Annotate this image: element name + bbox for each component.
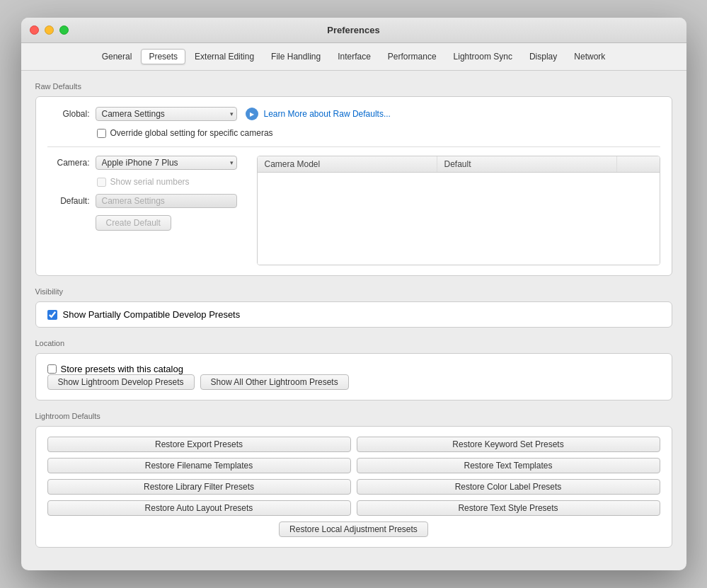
create-default-button[interactable]: Create Default xyxy=(96,215,171,231)
main-content: Raw Defaults Global: Camera Settings ▾ L… xyxy=(21,71,686,570)
global-label: Global: xyxy=(47,109,90,119)
maximize-button[interactable] xyxy=(59,25,69,35)
close-button[interactable] xyxy=(30,25,39,35)
camera-row: Camera: Apple iPhone 7 Plus ▾ xyxy=(47,156,246,170)
table-col-actions xyxy=(617,156,660,172)
camera-table-body xyxy=(258,173,660,265)
global-select[interactable]: Camera Settings xyxy=(96,107,237,121)
visibility-box: Show Partially Compatible Develop Preset… xyxy=(35,301,672,328)
restore-export-button[interactable]: Restore Export Presets xyxy=(47,437,351,452)
visibility-checkbox[interactable] xyxy=(47,310,57,320)
default-row: Default: Camera Settings xyxy=(47,194,246,208)
tab-general[interactable]: General xyxy=(94,49,140,64)
camera-section: Camera: Apple iPhone 7 Plus ▾ Sho xyxy=(47,156,660,265)
restore-text-templates-button[interactable]: Restore Text Templates xyxy=(357,458,660,473)
tab-external-editing[interactable]: External Editing xyxy=(187,49,262,64)
tab-presets[interactable]: Presets xyxy=(141,49,185,64)
tab-performance[interactable]: Performance xyxy=(380,49,444,64)
location-title: Location xyxy=(35,339,672,347)
show-develop-presets-button[interactable]: Show Lightroom Develop Presets xyxy=(47,374,195,390)
location-right: Show Lightroom Develop Presets Show All … xyxy=(47,374,660,390)
table-col-default: Default xyxy=(437,156,617,172)
raw-defaults-title: Raw Defaults xyxy=(35,82,672,91)
global-arrow-button[interactable] xyxy=(246,108,258,120)
table-col-camera: Camera Model xyxy=(258,156,437,172)
tab-network[interactable]: Network xyxy=(566,49,613,64)
camera-select[interactable]: Apple iPhone 7 Plus xyxy=(96,156,237,170)
camera-left-panel: Camera: Apple iPhone 7 Plus ▾ Sho xyxy=(47,156,246,265)
raw-defaults-box: Global: Camera Settings ▾ Learn More abo… xyxy=(35,96,672,276)
camera-label: Camera: xyxy=(47,158,90,168)
override-row: Override global setting for specific cam… xyxy=(97,128,660,138)
minimize-button[interactable] xyxy=(45,25,54,35)
override-checkbox[interactable] xyxy=(97,129,106,138)
camera-select-wrap: Apple iPhone 7 Plus ▾ xyxy=(96,156,237,170)
camera-table: Camera Model Default xyxy=(257,156,660,265)
location-left: Store presets with this catalog xyxy=(47,364,660,374)
window-controls xyxy=(30,25,69,35)
camera-table-header: Camera Model Default xyxy=(258,156,660,173)
restore-auto-layout-button[interactable]: Restore Auto Layout Presets xyxy=(47,500,351,516)
create-default-row: Create Default xyxy=(96,215,246,231)
raw-defaults-section: Raw Defaults Global: Camera Settings ▾ L… xyxy=(35,82,672,276)
default-select-wrap: Camera Settings xyxy=(96,194,237,208)
location-section: Location Store presets with this catalog… xyxy=(35,339,672,400)
global-select-wrap: Camera Settings ▾ xyxy=(96,107,237,121)
restore-filename-button[interactable]: Restore Filename Templates xyxy=(47,458,351,473)
visibility-section: Visibility Show Partially Compatible Dev… xyxy=(35,287,672,328)
lightroom-defaults-box: Restore Export Presets Restore Keyword S… xyxy=(35,426,672,548)
lightroom-buttons-grid: Restore Export Presets Restore Keyword S… xyxy=(47,437,660,516)
show-other-presets-button[interactable]: Show All Other Lightroom Presets xyxy=(200,374,349,390)
titlebar: Preferences xyxy=(21,18,686,43)
visibility-row: Show Partially Compatible Develop Preset… xyxy=(47,309,660,320)
tab-file-handling[interactable]: File Handling xyxy=(263,49,328,64)
bottom-button-row: Restore Local Adjustment Presets xyxy=(47,521,660,537)
serial-row: Show serial numbers xyxy=(97,177,246,187)
tab-display[interactable]: Display xyxy=(522,49,565,64)
global-row: Global: Camera Settings ▾ Learn More abo… xyxy=(47,107,660,121)
restore-text-style-button[interactable]: Restore Text Style Presets xyxy=(357,500,660,516)
location-box: Store presets with this catalog Show Lig… xyxy=(35,353,672,400)
override-label: Override global setting for specific cam… xyxy=(110,128,273,138)
lightroom-defaults-section: Lightroom Defaults Restore Export Preset… xyxy=(35,412,672,548)
restore-color-label-button[interactable]: Restore Color Label Presets xyxy=(357,479,660,495)
serial-checkbox[interactable] xyxy=(97,178,106,187)
restore-local-button[interactable]: Restore Local Adjustment Presets xyxy=(279,521,428,537)
store-presets-label: Store presets with this catalog xyxy=(61,364,183,374)
restore-library-filter-button[interactable]: Restore Library Filter Presets xyxy=(47,479,351,495)
divider xyxy=(47,146,660,147)
default-label: Default: xyxy=(47,196,90,206)
store-presets-checkbox[interactable] xyxy=(47,364,57,374)
visibility-label: Show Partially Compatible Develop Preset… xyxy=(63,309,241,320)
lightroom-defaults-title: Lightroom Defaults xyxy=(35,412,672,420)
serial-label: Show serial numbers xyxy=(110,177,190,187)
visibility-title: Visibility xyxy=(35,287,672,296)
tab-lightroom-sync[interactable]: Lightroom Sync xyxy=(446,49,520,64)
restore-keyword-button[interactable]: Restore Keyword Set Presets xyxy=(357,437,660,452)
raw-defaults-link[interactable]: Learn More about Raw Defaults... xyxy=(264,109,391,119)
window-title: Preferences xyxy=(327,25,379,35)
tab-interface[interactable]: Interface xyxy=(330,49,379,64)
tabs-toolbar: General Presets External Editing File Ha… xyxy=(21,43,686,71)
default-select[interactable]: Camera Settings xyxy=(96,194,237,208)
preferences-window: Preferences General Presets External Edi… xyxy=(21,18,686,570)
